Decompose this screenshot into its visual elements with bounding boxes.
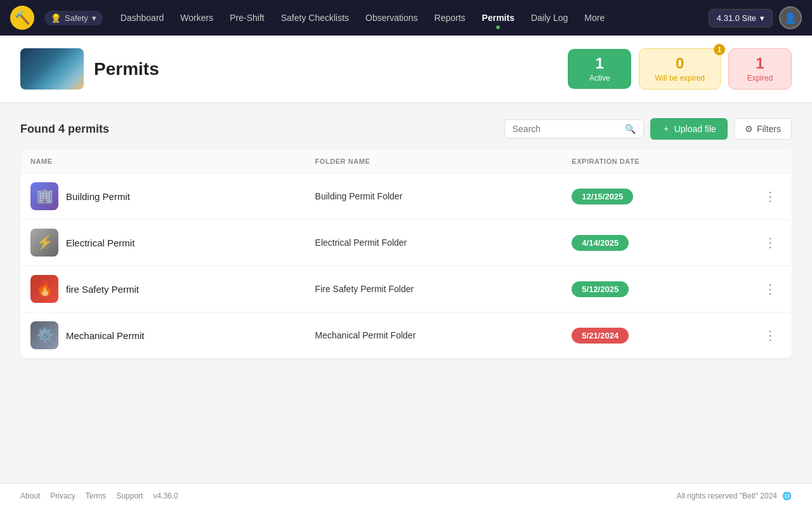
- search-input[interactable]: [513, 124, 620, 134]
- filters-button[interactable]: ⚙ Filters: [734, 118, 792, 140]
- page-title: Permits: [94, 59, 159, 79]
- permit-name-1: Electrical Permit: [66, 237, 134, 248]
- footer-about[interactable]: About: [20, 491, 40, 500]
- active-count: 1: [583, 55, 616, 72]
- filter-icon: ⚙: [745, 124, 753, 134]
- footer: About Privacy Terms Support v4.36.0 All …: [0, 483, 812, 508]
- footer-support[interactable]: Support: [116, 491, 143, 500]
- will-expire-notification: 1: [714, 44, 725, 55]
- permit-icon-glyph-1: ⚡: [30, 229, 58, 257]
- plus-icon: ＋: [662, 123, 671, 135]
- page-header: Permits 1 Active 1 0 Will be expired 1 E…: [0, 36, 812, 103]
- table-row[interactable]: ⚙️ Mechanical Permit Mechanical Permit F…: [20, 312, 792, 359]
- permit-actions-2: ⋮: [749, 266, 792, 312]
- nav-right: 4.31.0 Site ▾ 👤: [709, 6, 802, 29]
- user-avatar[interactable]: 👤: [779, 6, 802, 29]
- expiration-badge-2: 5/12/2025: [572, 281, 629, 297]
- permit-name-cell-3: ⚙️ Mechanical Permit: [20, 312, 305, 359]
- permit-name-cell-0: 🏢 Building Permit: [20, 173, 305, 220]
- permit-expiration-3: 5/21/2024: [561, 312, 749, 359]
- status-will-expire[interactable]: 1 0 Will be expired: [639, 48, 721, 89]
- expired-label: Expired: [744, 74, 776, 83]
- permit-name-3: Mechanical Permit: [66, 330, 144, 341]
- permit-icon-glyph-3: ⚙️: [30, 321, 58, 349]
- footer-privacy[interactable]: Privacy: [50, 491, 75, 500]
- permit-folder-1: Electrical Permit Folder: [305, 220, 562, 266]
- nav-daily-log[interactable]: Daily Log: [523, 9, 575, 27]
- more-menu-button-0[interactable]: ⋮: [759, 186, 782, 206]
- active-label: Active: [583, 74, 616, 83]
- status-active[interactable]: 1 Active: [568, 49, 631, 88]
- logo-icon: 🔨: [10, 6, 34, 30]
- more-menu-button-3[interactable]: ⋮: [759, 325, 782, 345]
- chevron-down-icon: ▾: [760, 13, 764, 23]
- nav-observations[interactable]: Observations: [358, 9, 425, 27]
- permit-icon-0: 🏢: [30, 182, 58, 210]
- permit-folder-0: Building Permit Folder: [305, 173, 562, 220]
- logo[interactable]: 🔨: [10, 6, 34, 30]
- permit-icon-2: 🔥: [30, 275, 58, 303]
- status-expired[interactable]: 1 Expired: [728, 48, 792, 89]
- footer-terms[interactable]: Terms: [86, 491, 107, 500]
- col-expiration: EXPIRATION DATE: [561, 150, 749, 173]
- search-icon: 🔍: [625, 124, 636, 134]
- col-name: NAME: [20, 150, 305, 173]
- will-expire-count: 0: [655, 55, 705, 72]
- expiration-badge-1: 4/14/2025: [572, 235, 629, 251]
- permit-name-2: fire Safety Permit: [66, 284, 139, 295]
- chevron-down-icon: ▾: [92, 13, 96, 23]
- permit-folder-3: Mechanical Permit Folder: [305, 312, 562, 359]
- nav-permits[interactable]: Permits: [475, 9, 522, 27]
- main-content: Permits 1 Active 1 0 Will be expired 1 E…: [0, 36, 812, 483]
- nav-reports[interactable]: Reports: [427, 9, 473, 27]
- will-expire-label: Will be expired: [655, 74, 705, 83]
- permits-table: NAME FOLDER NAME EXPIRATION DATE 🏢 Build…: [20, 150, 792, 358]
- permit-expiration-2: 5/12/2025: [561, 266, 749, 312]
- more-menu-button-2[interactable]: ⋮: [759, 279, 782, 299]
- permit-name-cell-1: ⚡ Electrical Permit: [20, 220, 305, 266]
- nav-preshift[interactable]: Pre-Shift: [222, 9, 272, 27]
- safety-icon: 👷: [51, 13, 61, 23]
- nav-more[interactable]: More: [577, 9, 612, 27]
- nav-workers[interactable]: Workers: [173, 9, 221, 27]
- search-box[interactable]: 🔍: [504, 119, 644, 138]
- nav-links: Dashboard Workers Pre-Shift Safety Check…: [113, 9, 704, 27]
- permit-actions-0: ⋮: [749, 173, 792, 220]
- globe-icon: 🌐: [782, 491, 792, 500]
- permit-folder-2: Fire Safety Permit Folder: [305, 266, 562, 312]
- page-thumbnail: [20, 48, 84, 90]
- expired-count: 1: [744, 55, 776, 72]
- more-menu-button-1[interactable]: ⋮: [759, 232, 782, 253]
- col-folder: FOLDER NAME: [305, 150, 562, 173]
- table-header: NAME FOLDER NAME EXPIRATION DATE: [20, 150, 792, 173]
- expiration-badge-3: 5/21/2024: [572, 328, 629, 344]
- nav-safety-checklists[interactable]: Safety Checklists: [273, 9, 357, 27]
- nav-dashboard[interactable]: Dashboard: [113, 9, 172, 27]
- toolbar-right: 🔍 ＋ Upload file ⚙ Filters: [504, 118, 792, 140]
- safety-menu[interactable]: 👷 Safety ▾: [44, 11, 103, 25]
- safety-label: Safety: [65, 13, 88, 23]
- table-row[interactable]: 🏢 Building Permit Building Permit Folder…: [20, 173, 792, 220]
- col-actions: [749, 150, 792, 173]
- permit-icon-glyph-2: 🔥: [30, 275, 58, 303]
- footer-links: About Privacy Terms Support v4.36.0: [20, 491, 178, 500]
- copyright-text: All rights reserved "Beti" 2024: [676, 491, 777, 500]
- permits-body: 🏢 Building Permit Building Permit Folder…: [20, 173, 792, 359]
- table-row[interactable]: 🔥 fire Safety Permit Fire Safety Permit …: [20, 266, 792, 312]
- permit-expiration-0: 12/15/2025: [561, 173, 749, 220]
- upload-file-button[interactable]: ＋ Upload file: [650, 118, 728, 140]
- permit-actions-3: ⋮: [749, 312, 792, 359]
- permit-icon-glyph-0: 🏢: [30, 182, 58, 210]
- permit-actions-1: ⋮: [749, 220, 792, 266]
- upload-label: Upload file: [674, 124, 716, 134]
- permit-name-cell-2: 🔥 fire Safety Permit: [20, 266, 305, 312]
- status-cards: 1 Active 1 0 Will be expired 1 Expired: [568, 48, 792, 89]
- permit-name-0: Building Permit: [66, 191, 130, 202]
- found-label: Found 4 permits: [20, 123, 109, 136]
- top-navigation: 🔨 👷 Safety ▾ Dashboard Workers Pre-Shift…: [0, 0, 812, 36]
- table-row[interactable]: ⚡ Electrical Permit Electrical Permit Fo…: [20, 220, 792, 266]
- footer-copyright: All rights reserved "Beti" 2024 🌐: [676, 491, 792, 500]
- filters-label: Filters: [757, 124, 781, 134]
- site-selector[interactable]: 4.31.0 Site ▾: [709, 9, 773, 27]
- permit-expiration-1: 4/14/2025: [561, 220, 749, 266]
